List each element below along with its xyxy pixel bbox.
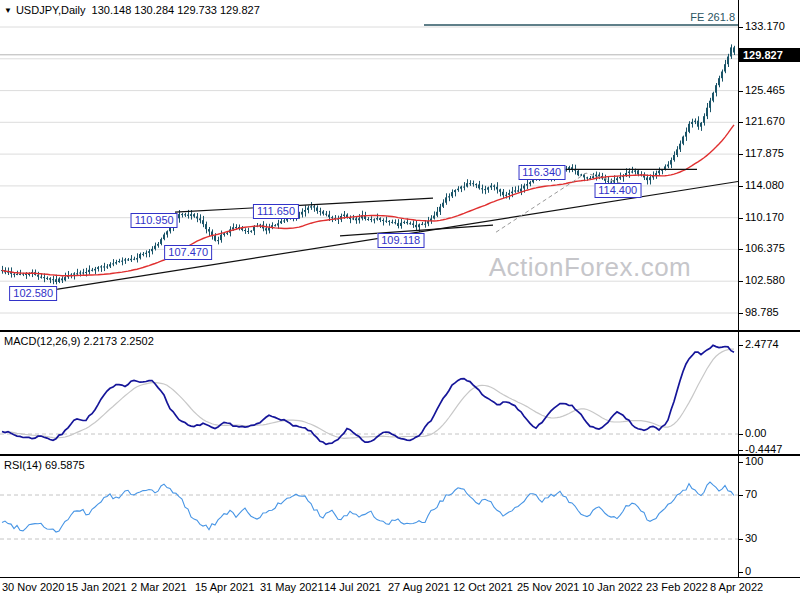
macd-axis-label: 2.4774	[745, 338, 779, 350]
date-axis-label: 14 Jul 2021	[324, 581, 381, 593]
rsi-indicator-label: RSI(14) 69.5875	[4, 459, 85, 471]
date-axis-label: 12 Oct 2021	[453, 581, 513, 593]
rsi-axis-label: 70	[745, 488, 757, 500]
axis-tick	[739, 218, 743, 219]
price-axis-label: 102.580	[745, 274, 785, 286]
rsi-axis-label: 0	[745, 565, 751, 577]
chart-title: ▼USDJPY,Daily 130.148 130.284 129.733 12…	[4, 4, 260, 16]
price-axis-label: 114.080	[745, 179, 784, 191]
rsi-chart-canvas[interactable]	[0, 456, 738, 577]
axis-tick	[739, 495, 743, 496]
panel-separator	[0, 330, 800, 332]
price-axis-label: 106.375	[745, 242, 785, 254]
axis-tick	[739, 154, 743, 155]
axis-tick	[739, 281, 743, 282]
price-level-label: 109.118	[377, 233, 424, 248]
date-axis-label: 23 Feb 2022	[646, 581, 708, 593]
date-axis-label: 15 Apr 2021	[195, 581, 254, 593]
date-axis-label: 10 Jan 2022	[582, 581, 643, 593]
axis-tick	[739, 313, 743, 314]
price-axis-label: 110.170	[745, 211, 784, 223]
fib-extension-label: FE 261.8	[630, 11, 735, 23]
axis-tick	[739, 572, 743, 573]
panel-separator	[0, 577, 800, 578]
date-axis-label: 27 Aug 2021	[388, 581, 450, 593]
macd-axis-label: -0.4447	[745, 443, 782, 455]
axis-tick	[739, 186, 743, 187]
macd-indicator-label: MACD(12,26,9) 2.2173 2.2502	[4, 335, 154, 347]
price-axis-label: 125.465	[745, 84, 785, 96]
current-price-label: 129.827	[739, 48, 800, 62]
date-axis-label: 2 Mar 2021	[131, 581, 187, 593]
ohlc-values: 130.148 130.284 129.733 129.827	[92, 4, 260, 16]
price-level-label: 116.340	[518, 165, 565, 180]
chevron-down-icon: ▼	[4, 6, 12, 15]
date-axis-label: 31 May 2021	[260, 581, 324, 593]
watermark: ActionForex.com	[470, 252, 710, 283]
rsi-axis-label: 30	[745, 532, 757, 544]
price-axis-label: 133.170	[745, 20, 785, 32]
axis-tick	[739, 91, 743, 92]
date-axis-label: 25 Nov 2021	[517, 581, 579, 593]
date-axis-label: 30 Nov 2020	[2, 581, 64, 593]
rsi-axis-label: 100	[745, 455, 763, 467]
axis-tick	[739, 122, 743, 123]
price-axis-label: 121.670	[745, 115, 785, 127]
price-level-label: 114.400	[594, 183, 641, 198]
price-axis-label: 98.785	[745, 306, 779, 318]
price-level-label: 102.580	[9, 286, 57, 301]
axis-tick	[739, 249, 743, 250]
axis-tick	[739, 462, 743, 463]
price-level-label: 111.650	[253, 204, 299, 219]
price-axis-label: 117.875	[745, 147, 784, 159]
axis-tick	[739, 450, 743, 451]
axis-tick	[739, 345, 743, 346]
macd-chart-canvas[interactable]	[0, 332, 738, 454]
price-level-label: 110.950	[131, 213, 178, 228]
date-axis-label: 15 Jan 2021	[66, 581, 127, 593]
axis-tick	[739, 27, 743, 28]
date-axis-label: 8 Apr 2022	[710, 581, 763, 593]
price-level-label: 107.470	[164, 245, 212, 260]
symbol-period-label: USDJPY,Daily	[16, 4, 86, 16]
panel-separator	[0, 454, 800, 456]
chart-window: ▼USDJPY,Daily 130.148 130.284 129.733 12…	[0, 0, 800, 600]
axis-border-line	[738, 0, 739, 577]
macd-axis-label: 0.00	[745, 427, 766, 439]
axis-tick	[739, 539, 743, 540]
axis-tick	[739, 434, 743, 435]
